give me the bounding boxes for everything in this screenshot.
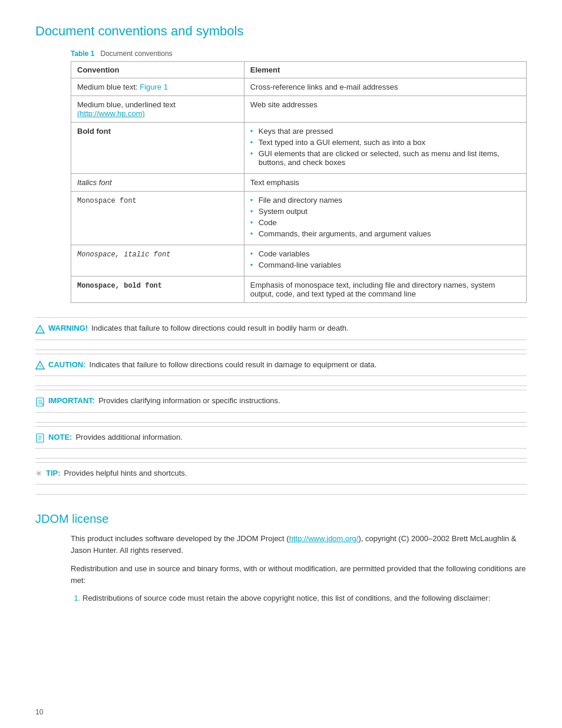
table-row: Medium blue, underlined text (http://www… <box>71 96 527 123</box>
convention-cell: Bold font <box>71 123 244 174</box>
conventions-table: Convention Element Medium blue text: Fig… <box>71 61 527 303</box>
jdom-para1-before: This product includes software developed… <box>71 534 289 543</box>
convention-cell: Medium blue, underlined text (http://www… <box>71 96 244 123</box>
element-cell: Web site addresses <box>244 96 526 123</box>
jdom-section-title: JDOM license <box>35 512 527 526</box>
figure-link[interactable]: Figure 1 <box>140 83 168 91</box>
mono-convention-label: Monospace font <box>77 197 137 205</box>
col-header-convention: Convention <box>71 62 244 78</box>
list-item: Code variables <box>250 249 520 258</box>
svg-text:!: ! <box>39 364 41 369</box>
list-item: GUI elements that are clicked or selecte… <box>250 149 520 167</box>
tip-notice: ✳ TIP: Provides helpful hints and shortc… <box>35 462 527 485</box>
note-notice: NOTE: Provides additional information. <box>35 426 527 449</box>
table-row: Monospace, italic font Code variables Co… <box>71 245 527 276</box>
element-cell: Code variables Command-line variables <box>244 245 526 276</box>
tip-label: TIP: <box>46 469 61 477</box>
convention-plain: Medium blue, underlined text <box>77 100 176 109</box>
notice-divider <box>35 386 527 386</box>
italic-convention-label: Italics font <box>77 178 112 187</box>
element-text: Text emphasis <box>250 178 299 187</box>
notice-divider <box>35 494 527 495</box>
caution-notice: ! CAUTION: Indicates that failure to fol… <box>35 354 527 377</box>
tip-icon: ✳ <box>35 469 42 478</box>
list-item: Commands, their arguments, and argument … <box>250 229 520 238</box>
hp-link[interactable]: (http://www.hp.com) <box>77 109 145 118</box>
list-item: Command-line variables <box>250 261 520 269</box>
element-cell: Emphasis of monospace text, including fi… <box>244 276 526 303</box>
table-caption-text: Document conventions <box>100 50 172 58</box>
page-title: Document conventions and symbols <box>35 24 527 39</box>
important-text: Provides clarifying information or speci… <box>98 396 280 405</box>
element-text: Cross-reference links and e-mail address… <box>250 83 398 91</box>
note-text: Provides additional information. <box>75 433 182 442</box>
caution-text: Indicates that failure to follow directi… <box>90 360 377 369</box>
svg-text:!: ! <box>39 328 41 333</box>
convention-cell: Monospace font <box>71 192 244 245</box>
jdom-link[interactable]: http://www.jdom.org/ <box>289 534 359 543</box>
jdom-paragraph-2: Redistribution and use in source and bin… <box>71 563 527 587</box>
table-row: Medium blue text: Figure 1 Cross-referen… <box>71 78 527 96</box>
table-row: Monospace, bold font Emphasis of monospa… <box>71 276 527 303</box>
element-bullet-list: Code variables Command-line variables <box>250 249 520 269</box>
element-bullet-list: File and directory names System output C… <box>250 196 520 238</box>
table-row: Italics font Text emphasis <box>71 174 527 192</box>
notice-divider <box>35 350 527 350</box>
list-item: Code <box>250 218 520 227</box>
caution-icon: ! <box>35 361 45 371</box>
table-row: Bold font Keys that are pressed Text typ… <box>71 123 527 174</box>
element-cell: Keys that are pressed Text typed into a … <box>244 123 526 174</box>
warning-notice: ! WARNING! Indicates that failure to fol… <box>35 317 527 340</box>
caution-label: CAUTION: <box>48 360 86 369</box>
convention-cell: Monospace, bold font <box>71 276 244 303</box>
warning-text: Indicates that failure to follow directi… <box>91 324 348 332</box>
note-icon <box>35 433 45 443</box>
note-label: NOTE: <box>48 433 72 442</box>
element-cell: File and directory names System output C… <box>244 192 526 245</box>
convention-cell: Monospace, italic font <box>71 245 244 276</box>
important-label: IMPORTANT: <box>48 396 95 405</box>
list-item: Keys that are pressed <box>250 127 520 136</box>
jdom-paragraph-1: This product includes software developed… <box>71 533 527 556</box>
jdom-list-item: Redistributions of source code must reta… <box>82 592 527 604</box>
table-caption: Table 1 Document conventions <box>71 50 527 58</box>
convention-plain: Medium blue text: <box>77 83 140 91</box>
warning-icon: ! <box>35 324 45 334</box>
mono-italic-convention-label: Monospace, italic font <box>77 251 170 259</box>
jdom-ordered-list: Redistributions of source code must reta… <box>71 592 527 604</box>
mono-bold-convention-label: Monospace, bold font <box>77 282 162 290</box>
col-header-element: Element <box>244 62 526 78</box>
convention-cell: Italics font <box>71 174 244 192</box>
list-item: System output <box>250 207 520 216</box>
svg-text:✎: ✎ <box>40 402 44 406</box>
element-cell: Text emphasis <box>244 174 526 192</box>
element-text: Web site addresses <box>250 100 318 109</box>
element-text: Emphasis of monospace text, including fi… <box>250 281 495 298</box>
important-icon: ✎ <box>35 397 45 407</box>
tip-text: Provides helpful hints and shortcuts. <box>64 469 187 477</box>
element-bullet-list: Keys that are pressed Text typed into a … <box>250 127 520 167</box>
bold-convention-label: Bold font <box>77 127 111 136</box>
convention-cell: Medium blue text: Figure 1 <box>71 78 244 96</box>
warning-label: WARNING! <box>48 324 88 332</box>
important-notice: ✎ IMPORTANT: Provides clarifying informa… <box>35 390 527 413</box>
table-row: Monospace font File and directory names … <box>71 192 527 245</box>
notice-divider <box>35 458 527 459</box>
list-item: Text typed into a GUI element, such as i… <box>250 138 520 147</box>
element-cell: Cross-reference links and e-mail address… <box>244 78 526 96</box>
table-label: Table 1 <box>71 50 94 58</box>
list-item: File and directory names <box>250 196 520 205</box>
notice-divider <box>35 422 527 423</box>
